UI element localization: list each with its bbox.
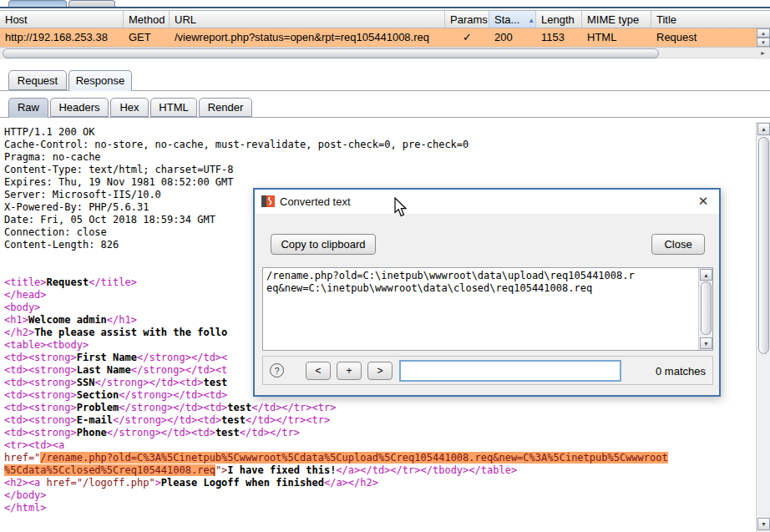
response-line: </body> — [4, 489, 756, 502]
row-cell-method[interactable]: GET — [124, 28, 170, 47]
row-cell-host[interactable]: http://192.168.253.38 — [0, 28, 124, 47]
http-history-table: Host Method URL Params Sta...▲ Length MI… — [0, 10, 770, 58]
dialog-scroll-thumb[interactable] — [701, 281, 712, 335]
view-tabs-divider — [0, 117, 770, 118]
response-scroll-down-icon[interactable]: ▼ — [757, 518, 770, 530]
column-header-length[interactable]: Length — [536, 10, 582, 28]
column-header-mime-type[interactable]: MIME type — [582, 10, 651, 28]
converted-text-line: /rename.php?old=C:\inetpub\wwwroot\data\… — [266, 270, 712, 282]
response-line: <tr><td><a — [4, 439, 756, 452]
response-line: Cache-Control: no-store, no-cache, must-… — [4, 139, 756, 151]
top-tab-partial-selected[interactable] — [8, 0, 67, 7]
tab-request[interactable]: Request — [8, 70, 67, 90]
dialog-search-bar: ? < + > 0 matches — [262, 356, 713, 385]
view-tab-hex[interactable]: Hex — [110, 98, 149, 117]
response-scroll-up-icon[interactable]: ▲ — [757, 123, 770, 135]
view-tab-headers[interactable]: Headers — [50, 98, 109, 117]
response-line: Content-Type: text/html; charset=UTF-8 — [4, 164, 756, 176]
column-header-host[interactable]: Host — [0, 10, 124, 28]
column-header-url[interactable]: URL — [170, 10, 445, 28]
column-header-title[interactable]: Title — [651, 10, 770, 28]
response-scroll-thumb[interactable] — [758, 137, 769, 354]
row-cell-status[interactable]: 200 — [489, 28, 536, 47]
dialog-close-icon[interactable]: ✕ — [696, 194, 711, 209]
response-vertical-scrollbar[interactable]: ▲ ▼ — [756, 122, 770, 532]
help-icon[interactable]: ? — [270, 363, 284, 377]
dialog-scroll-up-icon[interactable]: ▲ — [700, 269, 712, 281]
column-header-status[interactable]: Sta...▲ — [489, 10, 536, 28]
response-line: %5Cdata%5Cclosed%5Creq105441008.req">I h… — [4, 464, 756, 477]
dialog-scroll-down-icon[interactable]: ▼ — [700, 337, 712, 349]
match-count-label: 0 matches — [656, 365, 706, 377]
tab-response[interactable]: Response — [68, 70, 132, 91]
top-tab-partial[interactable] — [68, 0, 115, 7]
search-input[interactable] — [399, 360, 621, 382]
response-line: href="/rename.php?old=C%3A%5Cinetpub%5Cw… — [4, 452, 756, 464]
converted-text-line: eq&new=C:\inetpub\wwwroot\data\closed\re… — [266, 282, 712, 295]
table-scroll-up-icon[interactable]: ▲ — [757, 28, 770, 38]
response-line: <td><strong>Phone</strong></td><td>test<… — [4, 427, 756, 439]
top-tab-divider — [0, 7, 770, 8]
table-scroll-down-icon[interactable]: ▼ — [757, 38, 770, 47]
burp-app-icon — [261, 195, 275, 208]
response-line: <h2><a href="/logoff.php">Please Logoff … — [4, 477, 756, 489]
column-header-method[interactable]: Method — [124, 10, 170, 28]
row-cell-length[interactable]: 1153 — [536, 28, 582, 47]
dialog-title-bar[interactable]: Converted text ✕ — [255, 190, 719, 214]
search-add-button[interactable]: + — [337, 362, 362, 380]
copy-to-clipboard-button[interactable]: Copy to clipboard — [271, 234, 376, 255]
view-tab-render[interactable]: Render — [199, 98, 252, 117]
horizontal-scroll-thumb[interactable] — [3, 48, 659, 58]
search-next-button[interactable]: > — [367, 362, 393, 380]
row-cell-mime-type[interactable]: HTML — [582, 28, 651, 47]
column-header-params[interactable]: Params — [445, 10, 489, 28]
row-cell-title[interactable]: Request — [651, 28, 757, 47]
dialog-title: Converted text — [280, 195, 351, 208]
converted-text-dialog: Converted text ✕ Copy to clipboard Close… — [253, 188, 721, 397]
search-previous-button[interactable]: < — [306, 362, 331, 380]
response-line: <td><strong>Problem</strong></td><td>tes… — [4, 402, 756, 414]
burp-suite-window: Host Method URL Params Sta...▲ Length MI… — [0, 0, 770, 532]
response-line: Expires: Thu, 19 Nov 1981 08:52:00 GMT — [4, 176, 756, 189]
response-line: Pragma: no-cache — [4, 151, 756, 164]
view-tab-raw[interactable]: Raw — [8, 98, 48, 118]
table-horizontal-scrollbar[interactable]: ◄ ► — [0, 47, 770, 58]
row-cell-params-check-icon[interactable]: ✓ — [445, 28, 489, 47]
response-line: </html> — [4, 502, 756, 514]
response-line: HTTP/1.1 200 OK — [4, 126, 756, 139]
sort-ascending-icon: ▲ — [528, 17, 534, 24]
row-cell-url[interactable]: /viewreport.php?status=open&rpt=req10544… — [170, 28, 445, 47]
view-tab-html[interactable]: HTML — [150, 98, 197, 117]
converted-text-area[interactable]: /rename.php?old=C:\inetpub\wwwroot\data\… — [262, 267, 713, 351]
dialog-text-scrollbar[interactable]: ▲ ▼ — [698, 268, 712, 350]
response-line: <td><strong>E-mail</strong></td><td>test… — [4, 414, 756, 427]
close-button[interactable]: Close — [651, 234, 705, 255]
scroll-right-icon[interactable]: ► — [757, 48, 769, 59]
